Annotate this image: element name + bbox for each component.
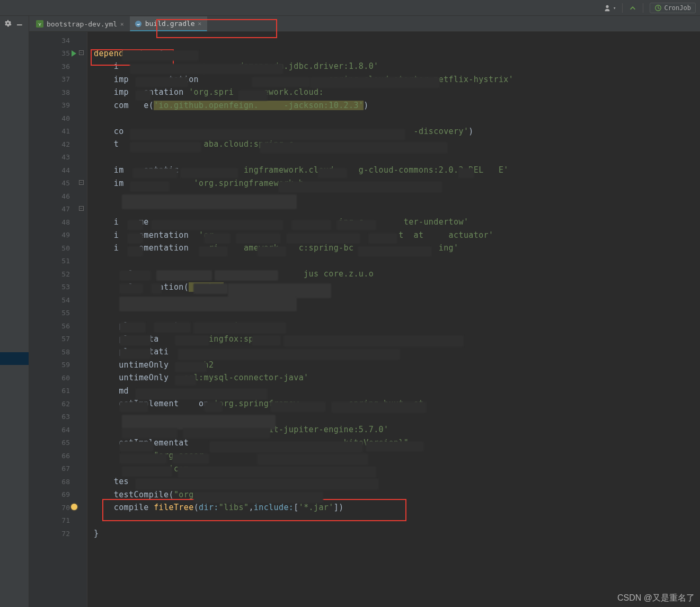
fold-icon[interactable]: −: [79, 206, 84, 211]
code-line[interactable]: i ementation ri amework c:spring-bc ing': [87, 242, 700, 255]
tab-label: build.gradle: [145, 20, 195, 28]
code-line[interactable]: leme jus core.z.u.o: [87, 267, 700, 281]
line-number: 62: [29, 397, 87, 410]
code-line[interactable]: i me ing c ter-undertow': [87, 216, 700, 229]
code-line[interactable]: untimeOnly m.h2: [87, 359, 700, 372]
code-line[interactable]: im 'org.springframework.b: [87, 177, 700, 190]
gradle-icon: [135, 20, 142, 28]
cronjob-config[interactable]: CronJob: [650, 3, 696, 13]
line-number: 44: [29, 164, 87, 177]
code-line[interactable]: compile fileTree(dir:"libs",include:['*.…: [87, 501, 700, 514]
code-line[interactable]: estImplement on 'org.springframew .sprin…: [87, 397, 700, 410]
line-number: 41: [29, 125, 87, 138]
arrow-icon: [629, 4, 636, 12]
code-line[interactable]: testCompile("org.: [87, 488, 700, 502]
project-tool-window[interactable]: —: [0, 16, 29, 607]
line-number: 42: [29, 138, 87, 151]
watermark: CSDN @又是重名了: [617, 593, 695, 604]
code-line[interactable]: 'com.: [87, 462, 700, 476]
line-number: 72: [29, 527, 87, 540]
gutter: 3435−36373839404142434445−4647−484950515…: [29, 32, 87, 607]
users-icon: [604, 4, 611, 12]
code-line[interactable]: [87, 203, 700, 216]
code-line[interactable]: [87, 151, 700, 164]
line-number: 69: [29, 488, 87, 502]
code-line[interactable]: co -discovery'): [87, 125, 700, 138]
line-number: 58: [29, 345, 87, 359]
code-line[interactable]: [87, 190, 700, 203]
tab-build-gradle[interactable]: build.gradle ✕: [130, 16, 208, 31]
line-number: 37: [29, 73, 87, 86]
line-number: 48: [29, 216, 87, 229]
code-content[interactable]: dependencies { i dameng:dm.jdbc.driver:1…: [87, 32, 700, 607]
svg-text:Y: Y: [38, 22, 41, 27]
fold-icon[interactable]: −: [79, 180, 84, 185]
close-icon[interactable]: ✕: [120, 21, 124, 28]
code-line[interactable]: le ation( hut: [87, 281, 700, 294]
line-number: 38: [29, 86, 87, 99]
line-number: 47−: [29, 203, 87, 216]
code-editor[interactable]: 3435−36373839404142434445−4647−484950515…: [29, 32, 700, 607]
close-icon[interactable]: ✕: [198, 20, 202, 27]
line-number: 71: [29, 514, 87, 528]
line-number: 45−: [29, 177, 87, 190]
line-number: 46: [29, 190, 87, 203]
line-number: 52: [29, 267, 87, 281]
line-number: 56: [29, 319, 87, 333]
code-line[interactable]: imp entation 'org.spri ework.cloud:: [87, 86, 700, 99]
tab-bootstrap-dev-yml[interactable]: Y bootstrap-dev.yml ✕: [31, 16, 130, 31]
gear-icon[interactable]: [4, 20, 12, 29]
tab-label: bootstrap-dev.yml: [47, 20, 117, 28]
code-line[interactable]: .junit-jupiter-engine:5.7.0': [87, 423, 700, 436]
line-number: 49: [29, 229, 87, 242]
code-line[interactable]: i ementation 'or t at actuator': [87, 229, 700, 242]
line-number: 34: [29, 34, 87, 47]
code-line[interactable]: estImplementat kitoVersion}": [87, 436, 700, 450]
line-number: 59: [29, 359, 87, 372]
line-number: 51: [29, 255, 87, 268]
collapse-icon[interactable]: —: [17, 19, 22, 29]
code-line[interactable]: [87, 307, 700, 320]
line-number: 50: [29, 242, 87, 255]
code-line[interactable]: untimeOnly sql:mysql-connector-java': [87, 371, 700, 385]
code-line[interactable]: }: [87, 527, 700, 540]
users-menu[interactable]: ▾: [604, 4, 616, 12]
fold-icon[interactable]: −: [79, 50, 84, 55]
line-number: 66: [29, 449, 87, 462]
code-line[interactable]: dependencies {: [87, 47, 700, 60]
code-line[interactable]: [87, 34, 700, 47]
line-number: 39: [29, 99, 87, 112]
code-line[interactable]: plementa pringfox:spr sw: [87, 333, 700, 346]
line-number: 68: [29, 475, 87, 488]
code-line[interactable]: md: [87, 385, 700, 398]
code-line[interactable]: [87, 293, 700, 307]
line-number: 67: [29, 462, 87, 476]
line-number: 70: [29, 501, 87, 514]
tree-selection: [0, 352, 29, 365]
code-line[interactable]: [87, 255, 700, 268]
line-number: 35−: [29, 47, 87, 60]
svg-point-3: [135, 20, 141, 26]
run-icon[interactable]: [72, 50, 76, 57]
line-number: 61: [29, 385, 87, 398]
sync-arrow[interactable]: [629, 4, 636, 12]
code-line[interactable]: "org.asser: [87, 449, 700, 462]
line-number: 40: [29, 112, 87, 125]
line-number: 63: [29, 410, 87, 424]
code-line[interactable]: com e('io.github.openfeign. -jackson:10.…: [87, 99, 700, 112]
code-line[interactable]: [87, 410, 700, 424]
code-line[interactable]: im entatic ingframework.cloud g-cloud-co…: [87, 164, 700, 177]
code-line[interactable]: tes: [87, 475, 700, 488]
line-number: 54: [29, 293, 87, 307]
code-line[interactable]: plementati: [87, 345, 700, 359]
code-line[interactable]: t aba.cloud:spring-c: [87, 138, 700, 151]
code-line[interactable]: [87, 112, 700, 125]
code-line[interactable]: [87, 514, 700, 528]
line-number: 36: [29, 60, 87, 73]
code-line[interactable]: pleme ton ing: [87, 319, 700, 333]
code-line[interactable]: imp tation :spring-cloud-starter-netflix…: [87, 73, 700, 86]
line-number: 65: [29, 436, 87, 450]
bulb-icon[interactable]: [71, 504, 77, 510]
code-line[interactable]: i dameng:dm.jdbc.driver:1.8.0': [87, 60, 700, 73]
line-number: 57: [29, 333, 87, 346]
